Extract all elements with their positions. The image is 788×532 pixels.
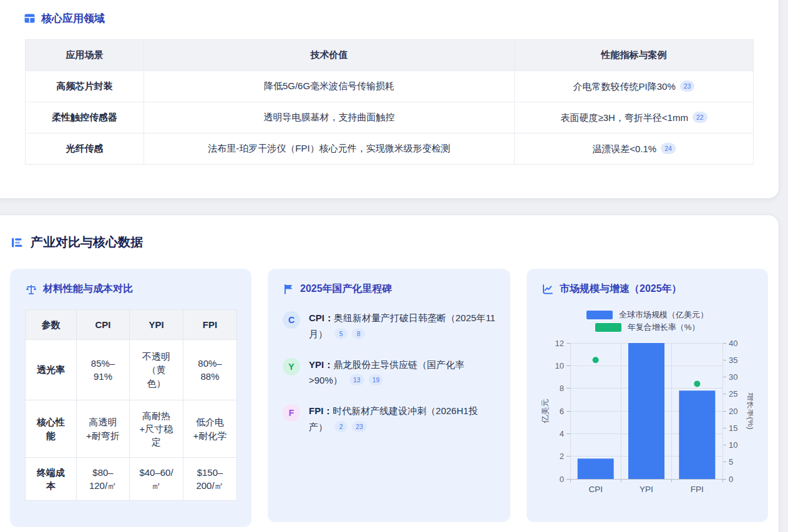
x-axis-label: FPI	[691, 485, 704, 494]
citation-badge[interactable]: 2	[334, 421, 348, 432]
milestone-item: Y YPI：鼎龙股份主导供应链（国产化率>90%） 1319	[283, 357, 495, 389]
right-axis-tick-label: 35	[729, 355, 737, 365]
milestone-text: FPI：时代新材产线建设冲刺（2026H1投产） 223	[309, 403, 495, 435]
left-axis-tick-label: 4	[560, 429, 564, 438]
right-axis-name: 增长率(%)	[746, 392, 753, 429]
milestones-card: 2025年国产化里程碑 C CPI：奥纽新材量产打破日韩垄断（2025年11月）…	[268, 269, 510, 522]
metric-text: 温漂误差<0.1%	[592, 143, 656, 154]
cards-row: 材料性能与成本对比 参数 CPI YPI FPI 透光率 85%–91%	[10, 269, 768, 527]
column-header: FPI	[183, 310, 237, 340]
right-axis-tick-label: 30	[729, 372, 737, 382]
left-axis-tick-label: 8	[560, 384, 564, 393]
milestone-text: CPI：奥纽新材量产打破日韩垄断（2025年11月） 58	[309, 310, 495, 342]
legend-item: 年复合增长率（%）	[595, 323, 700, 332]
growth-dot-FPI	[694, 380, 700, 387]
milestone-item: F FPI：时代新材产线建设冲刺（2026H1投产） 223	[283, 403, 495, 435]
left-axis-tick-label: 2	[560, 452, 564, 461]
table-row: 柔性触控传感器 透明导电膜基材，支持曲面触控 表面硬度≥3H，弯折半径<1mm2…	[26, 102, 754, 133]
right-axis-tick-label: 15	[729, 423, 737, 433]
citation-badge[interactable]: 19	[369, 374, 384, 385]
legend-swatch-growth	[595, 323, 621, 332]
table-row: 核心性能 高透明+耐弯折 高耐热+尺寸稳定 低介电+耐化学	[26, 400, 237, 458]
fpi-cell: 80%–88%	[183, 340, 237, 400]
card-title: 市场规模与增速（2025年）	[560, 283, 682, 296]
metric-text: 介电常数较传统PI降30%	[573, 81, 676, 92]
citation-badge[interactable]: 22	[693, 112, 708, 123]
row-label: 终端成本	[26, 458, 77, 501]
legend-swatch-bar	[586, 311, 613, 319]
card-header: 2025年国产化里程碑	[283, 283, 495, 296]
scene-cell: 高频芯片封装	[26, 71, 144, 102]
citation-badge[interactable]: 5	[334, 328, 348, 339]
metric-text: 表面硬度≥3H，弯折半径<1mm	[560, 112, 688, 123]
bar-YPI	[628, 343, 664, 479]
section-title: 产业对比与核心数据	[31, 234, 143, 251]
column-header: YPI	[130, 310, 183, 340]
card-title: 2025年国产化里程碑	[300, 283, 392, 296]
table-header-row: 应用场景 技术价值 性能指标与案例	[26, 40, 754, 71]
metric-cell: 介电常数较传统PI降30%23	[515, 71, 754, 102]
legend-label: 年复合增长率（%）	[628, 322, 700, 333]
left-axis-tick-label: 0	[560, 475, 564, 484]
line-chart-icon	[542, 283, 554, 296]
scene-cell: 柔性触控传感器	[26, 102, 144, 133]
applications-section-header: 核心应用领域	[24, 11, 105, 26]
milestone-label: FPI：	[309, 405, 333, 416]
legend-label: 全球市场规模（亿美元）	[619, 309, 708, 321]
table-row: 终端成本 $80–120/㎡ $40–60/㎡ $150–200/㎡	[26, 458, 237, 501]
milestone-item: C CPI：奥纽新材量产打破日韩垄断（2025年11月） 58	[283, 310, 495, 342]
metric-cell: 表面硬度≥3H，弯折半径<1mm22	[515, 102, 754, 133]
card-title: 材料性能与成本对比	[43, 283, 133, 296]
column-header: 应用场景	[26, 40, 144, 71]
row-label: 透光率	[26, 340, 77, 400]
value-cell: 透明导电膜基材，支持曲面触控	[144, 102, 515, 133]
left-axis-tick-label: 12	[555, 339, 564, 348]
row-label: 核心性能	[26, 400, 77, 458]
ypi-cell: 高耐热+尺寸稳定	[130, 400, 183, 458]
bar-FPI	[679, 390, 715, 479]
industry-data-card: 产业对比与核心数据 材料性能与成本对比	[0, 215, 779, 532]
right-axis-tick-label: 25	[729, 389, 737, 399]
value-cell: 法布里-珀罗干涉仪（FPI）核心元件，实现微米级形变检测	[144, 133, 515, 165]
table-row: 光纤传感 法布里-珀罗干涉仪（FPI）核心元件，实现微米级形变检测 温漂误差<0…	[26, 133, 754, 165]
table-icon	[24, 12, 36, 24]
market-chart-card: 市场规模与增速（2025年） 全球市场规模（亿美元） 年复合增长率（%） 024…	[527, 269, 768, 522]
column-header: CPI	[77, 310, 130, 340]
citation-badge[interactable]: 8	[352, 328, 365, 339]
left-axis-name: 亿美元	[542, 399, 550, 424]
right-axis-tick-label: 5	[729, 457, 733, 467]
right-axis-tick-label: 40	[729, 339, 737, 348]
citation-badge[interactable]: 23	[680, 80, 695, 92]
legend-item: 全球市场规模（亿美元）	[586, 311, 708, 319]
bar-CPI	[578, 458, 614, 479]
cpi-cell: 高透明+耐弯折	[77, 400, 130, 458]
column-header: 参数	[26, 310, 77, 340]
citation-badge[interactable]: 23	[352, 421, 367, 432]
fpi-cell: $150–200/㎡	[183, 458, 237, 501]
flag-icon	[283, 283, 294, 295]
market-size-growth-chart: 0246810120510152025303540CPIYPIFPI亿美元增长率…	[542, 337, 753, 494]
material-letter-badge: F	[283, 404, 300, 422]
column-header: 性能指标与案例	[515, 40, 754, 71]
right-axis-tick-label: 0	[729, 475, 733, 484]
cpi-cell: $80–120/㎡	[77, 458, 130, 501]
growth-dot-CPI	[593, 357, 599, 363]
chart-area: 0246810120510152025303540CPIYPIFPI亿美元增长率…	[542, 337, 753, 496]
card-header: 市场规模与增速（2025年）	[542, 283, 753, 296]
ypi-cell: 不透明（黄色）	[130, 340, 183, 400]
citation-badge[interactable]: 13	[349, 374, 364, 385]
industry-section-header: 产业对比与核心数据	[10, 234, 143, 251]
fpi-cell: 低介电+耐化学	[183, 400, 237, 458]
x-axis-label: YPI	[640, 485, 653, 494]
metric-cell: 温漂误差<0.1%24	[515, 133, 754, 165]
applications-table: 应用场景 技术价值 性能指标与案例 高频芯片封装 降低5G/6G毫米波信号传输损…	[25, 39, 754, 165]
left-axis-tick-label: 10	[555, 361, 564, 370]
material-comparison-card: 材料性能与成本对比 参数 CPI YPI FPI 透光率 85%–91%	[10, 269, 251, 527]
applications-card: 核心应用领域 应用场景 技术价值 性能指标与案例 高频芯片封装 降低5G/6G毫…	[0, 0, 779, 198]
x-axis-label: CPI	[588, 485, 603, 494]
left-axis-tick-label: 6	[560, 407, 564, 416]
citation-badge[interactable]: 24	[661, 143, 676, 154]
card-header: 材料性能与成本对比	[25, 283, 236, 296]
comparison-table: 参数 CPI YPI FPI 透光率 85%–91% 不透明（黄色） 80%–8…	[25, 309, 237, 501]
milestone-label: CPI：	[309, 312, 334, 323]
